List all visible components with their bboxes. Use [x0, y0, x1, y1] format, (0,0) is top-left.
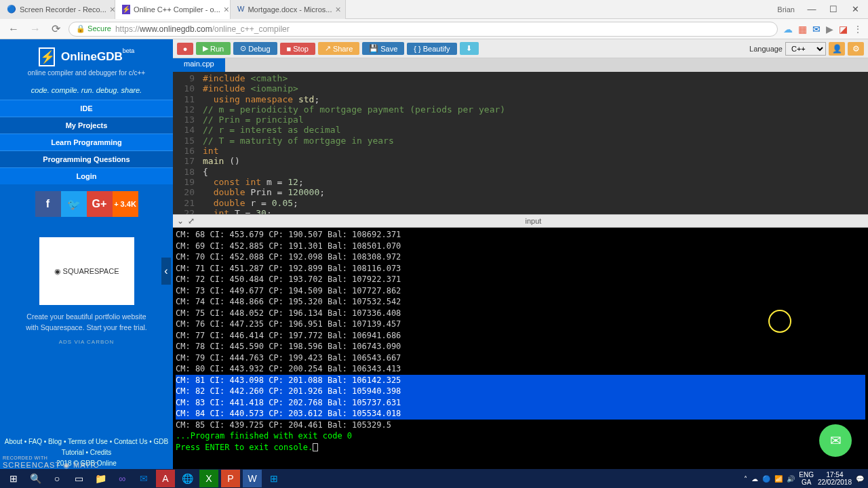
- sidebar-collapse-handle[interactable]: ‹: [161, 258, 171, 285]
- browser-tab-2[interactable]: W Mortgage.docx - Micros... ×: [231, 0, 346, 19]
- close-icon[interactable]: ×: [110, 4, 115, 15]
- gear-icon[interactable]: ⚙: [848, 42, 864, 56]
- save-button[interactable]: 💾 Save: [362, 42, 404, 55]
- console-resize-handles[interactable]: ⌄⤢: [173, 216, 199, 226]
- taskbar-app[interactable]: X: [199, 470, 218, 487]
- window-controls: — ☐ ✕: [802, 4, 868, 14]
- brand-beta: beta: [123, 47, 135, 54]
- logo-icon: ⚡: [39, 47, 55, 66]
- tab-icon: W: [237, 5, 244, 14]
- taskbar-app[interactable]: 🌐: [178, 470, 197, 487]
- user-icon[interactable]: 👤: [829, 42, 845, 56]
- tray-icon[interactable]: ˄: [744, 475, 747, 483]
- extension-icon[interactable]: ▶: [826, 24, 833, 35]
- share-button[interactable]: ↗ Share: [318, 42, 359, 55]
- tab-label: Screen Recorder - Reco...: [20, 5, 106, 14]
- tab-icon: ⚡: [122, 5, 130, 14]
- close-icon[interactable]: ×: [224, 4, 229, 15]
- chat-fab[interactable]: ✉: [819, 424, 852, 457]
- windows-taskbar: ⊞ 🔍 ○ ▭ 📁 ∞ ✉ A 🌐 X P W ⊞ ˄ ☁ 🔵 📶 🔊 ENGG…: [0, 469, 868, 488]
- stop-button[interactable]: ■ Stop: [280, 43, 315, 55]
- language-select[interactable]: C++: [785, 42, 826, 56]
- cortana-icon[interactable]: ○: [47, 470, 66, 487]
- chevron-down-icon: ⌄: [177, 216, 184, 226]
- ad-image[interactable]: ◉ SQUARESPACE: [39, 237, 134, 305]
- extension-icon[interactable]: ☁: [783, 24, 793, 35]
- address-field[interactable]: 🔒 Secure https://www.onlinegdb.com/onlin…: [68, 22, 778, 37]
- taskbar-app[interactable]: 📁: [91, 470, 110, 487]
- nav-login[interactable]: Login: [0, 167, 173, 184]
- nav-questions[interactable]: Programming Questions: [0, 150, 173, 167]
- close-icon[interactable]: ×: [335, 4, 340, 15]
- taskbar-app[interactable]: P: [221, 470, 240, 487]
- extension-icon[interactable]: ◪: [839, 24, 848, 35]
- beautify-button[interactable]: { } Beautify: [407, 43, 456, 55]
- browser-extension-icons: ☁ ▦ ✉ ▶ ◪ ⋮: [783, 24, 863, 35]
- ad-attribution: ADS VIA CARBON: [0, 339, 173, 345]
- volume-icon[interactable]: 🔊: [787, 475, 795, 483]
- address-bar: ← → ⟳ 🔒 Secure https://www.onlinegdb.com…: [0, 19, 868, 39]
- nav-projects[interactable]: My Projects: [0, 117, 173, 134]
- taskview-icon[interactable]: ▭: [69, 470, 88, 487]
- taskbar-app[interactable]: ✉: [134, 470, 153, 487]
- forward-icon[interactable]: →: [27, 23, 43, 35]
- logo-area: ⚡ OnlineGDBbeta online compiler and debu…: [0, 39, 173, 81]
- close-icon[interactable]: ✕: [845, 4, 865, 14]
- nav-learn[interactable]: Learn Programming: [0, 134, 173, 150]
- start-button[interactable]: ⊞: [4, 470, 23, 487]
- menu-icon[interactable]: ⋮: [853, 24, 863, 35]
- tab-label: Mortgage.docx - Micros...: [248, 5, 332, 14]
- screencast-watermark: RECORDED WITH SCREENCAST ◉ MATIC: [3, 455, 100, 469]
- code-content[interactable]: #include <cmath>#include <iomanip> using…: [200, 72, 508, 214]
- notification-icon[interactable]: 💬: [856, 475, 864, 483]
- tray-icon[interactable]: ☁: [751, 475, 758, 483]
- facebook-button[interactable]: f: [35, 191, 61, 217]
- sidebar-nav: IDE My Projects Learn Programming Progra…: [0, 100, 173, 184]
- back-icon[interactable]: ←: [5, 23, 22, 35]
- run-button[interactable]: ▶ Run: [196, 42, 231, 55]
- tab-label: Online C++ Compiler - o...: [134, 5, 220, 14]
- maximize-icon[interactable]: ☐: [823, 4, 844, 14]
- taskbar-clock[interactable]: 17:5422/02/2018: [818, 471, 852, 486]
- ad-text[interactable]: Create your beautiful portfolio website …: [0, 312, 173, 333]
- googleplus-button[interactable]: G+: [87, 191, 113, 217]
- brand-name: OnlineGDB: [61, 50, 123, 63]
- share-button[interactable]: + 3.4K: [113, 191, 138, 217]
- console-input-bar[interactable]: ⌄⤢ input: [173, 214, 868, 228]
- twitter-button[interactable]: 🐦: [61, 191, 87, 217]
- reload-icon[interactable]: ⟳: [49, 22, 63, 35]
- record-button[interactable]: ●: [177, 43, 193, 55]
- expand-icon: ⤢: [188, 216, 195, 226]
- url-text: https://www.onlinegdb.com/online_c++_com…: [115, 24, 290, 34]
- line-gutter: 910111213141516171819202122: [173, 72, 200, 214]
- sidebar: ⚡ OnlineGDBbeta online compiler and debu…: [0, 39, 173, 473]
- file-tab[interactable]: main.cpp: [173, 58, 225, 72]
- wifi-icon[interactable]: 📶: [774, 475, 783, 483]
- code-editor[interactable]: 910111213141516171819202122 #include <cm…: [173, 72, 868, 214]
- language-label: Language: [749, 45, 783, 53]
- lock-icon: 🔒 Secure: [76, 24, 111, 33]
- brand-subtitle: online compiler and debugger for c/c++: [0, 69, 173, 77]
- extension-icon[interactable]: ✉: [812, 24, 821, 35]
- taskbar-app[interactable]: ⊞: [264, 470, 283, 487]
- browser-user[interactable]: Brian: [770, 5, 802, 14]
- browser-tab-0[interactable]: 🔵 Screen Recorder - Reco... ×: [0, 0, 115, 19]
- extension-icon[interactable]: ▦: [798, 24, 807, 35]
- console-output[interactable]: CM: 68 CI: 453.679 CP: 190.507 Bal: 1086…: [173, 228, 868, 473]
- debug-button[interactable]: ⊙ Debug: [233, 42, 277, 55]
- taskbar-app[interactable]: A: [156, 470, 175, 487]
- download-button[interactable]: ⬇: [460, 42, 479, 55]
- tray-icon[interactable]: 🔵: [762, 475, 770, 483]
- minimize-icon[interactable]: —: [802, 4, 822, 14]
- search-icon[interactable]: 🔍: [26, 470, 45, 487]
- nav-ide[interactable]: IDE: [0, 100, 173, 117]
- file-tabs: main.cpp: [173, 58, 868, 72]
- input-label: input: [199, 217, 868, 225]
- editor-area: ● ▶ Run ⊙ Debug ■ Stop ↗ Share 💾 Save { …: [173, 39, 868, 473]
- social-buttons: f 🐦 G+ + 3.4K: [0, 184, 173, 224]
- taskbar-lang[interactable]: ENGGA: [799, 471, 814, 486]
- editor-toolbar: ● ▶ Run ⊙ Debug ■ Stop ↗ Share 💾 Save { …: [173, 39, 868, 58]
- taskbar-app[interactable]: ∞: [113, 470, 132, 487]
- taskbar-app[interactable]: W: [243, 470, 262, 487]
- browser-tab-1[interactable]: ⚡ Online C++ Compiler - o... ×: [115, 0, 231, 19]
